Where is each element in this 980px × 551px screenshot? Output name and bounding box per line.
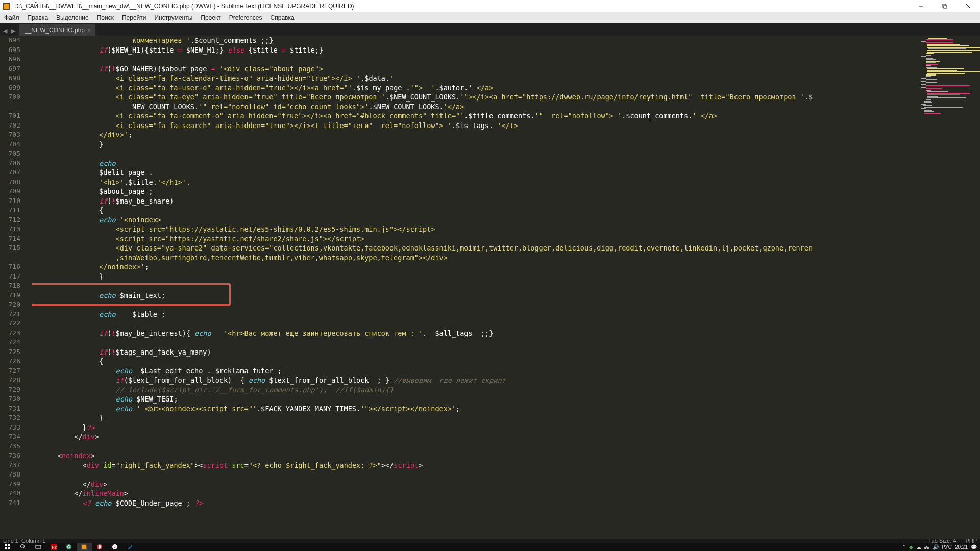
- sublime-icon[interactable]: [77, 543, 92, 551]
- window-controls: [910, 0, 980, 12]
- code-line: <noindex>: [33, 451, 919, 461]
- menu-edit[interactable]: Правка: [23, 12, 53, 23]
- code-line: if($NEW_H1){$title = $NEW_H1;} else {$ti…: [33, 45, 919, 55]
- menu-tools[interactable]: Инструменты: [150, 12, 197, 23]
- chrome-icon[interactable]: [61, 543, 77, 551]
- app-icon: [2, 2, 10, 10]
- code-line: {: [33, 206, 919, 215]
- svg-text:Fz: Fz: [52, 545, 57, 550]
- code-line: </div>: [33, 432, 919, 442]
- code-line: [33, 470, 919, 480]
- menu-help[interactable]: Справка: [266, 12, 299, 23]
- minimize-button[interactable]: [910, 0, 933, 12]
- opera-icon[interactable]: [92, 543, 107, 551]
- nav-forward-button[interactable]: ▶: [9, 26, 17, 36]
- taskview-icon[interactable]: [31, 543, 46, 551]
- menu-project[interactable]: Проект: [197, 12, 225, 23]
- tab-close-button[interactable]: ×: [86, 27, 93, 34]
- code-line: $delit_page .: [33, 168, 919, 178]
- code-line: </inlineMain>: [33, 489, 919, 498]
- tray-app-icon[interactable]: ◆: [909, 544, 913, 550]
- code-line: [33, 442, 919, 452]
- svg-rect-9: [5, 547, 7, 549]
- menu-file[interactable]: Файл: [0, 12, 23, 23]
- svg-text:Y: Y: [113, 545, 116, 549]
- code-line: <script src="https://yastatic.net/es5-sh…: [33, 224, 919, 234]
- code-line: [33, 55, 919, 64]
- maximize-button[interactable]: [933, 0, 957, 12]
- menu-goto[interactable]: Перейти: [118, 12, 151, 23]
- code-line: </div>';: [33, 130, 919, 140]
- code-line: echo $Last_edit_echo . $reklama_futer ;: [33, 366, 919, 376]
- fold-gutter: [24, 36, 32, 539]
- paint-icon[interactable]: [122, 543, 138, 551]
- tray-clock[interactable]: 20:21: [955, 544, 968, 550]
- svg-rect-20: [82, 545, 86, 549]
- code-line: }: [33, 413, 919, 423]
- code-line: ,sinaWeibo,surfingbird,tencentWeibo,tumb…: [33, 253, 919, 263]
- svg-point-11: [21, 545, 24, 548]
- tray-network-icon[interactable]: 🖧: [924, 544, 929, 550]
- menu-selection[interactable]: Выделение: [52, 12, 93, 23]
- svg-rect-4: [944, 5, 947, 8]
- nav-back-button[interactable]: ◀: [1, 26, 9, 36]
- filezilla-icon[interactable]: Fz: [46, 543, 61, 551]
- code-line: комментариев '.$count_comments ;;}: [33, 36, 919, 45]
- tabbar: ◀ ▶ __NEW_CONFIG.php ×: [0, 23, 980, 36]
- code-line: </noindex>';: [33, 262, 919, 272]
- tab-label: __NEW_CONFIG.php: [24, 27, 85, 34]
- svg-rect-10: [8, 547, 10, 549]
- tray-chevron-icon[interactable]: ⌃: [902, 544, 906, 550]
- code-line: <script src="https://yastatic.net/share2…: [33, 234, 919, 244]
- close-button[interactable]: [957, 0, 980, 12]
- code-line: <div id="right_fack_yandex"><script src=…: [33, 461, 919, 470]
- code-line: [33, 300, 919, 310]
- search-icon[interactable]: [15, 543, 31, 551]
- window-title: D:\_САЙТЫ\__DWWEB\__main_new_dw\__NEW_CO…: [12, 3, 910, 10]
- titlebar: D:\_САЙТЫ\__DWWEB\__main_new_dw\__NEW_CO…: [0, 0, 980, 12]
- start-button[interactable]: [0, 543, 15, 551]
- code-line: $about_page ;: [33, 187, 919, 196]
- svg-rect-8: [8, 544, 10, 546]
- code-line: if(!$may_be_share): [33, 196, 919, 206]
- system-tray: ⌃ ◆ ☁ 🖧 🔊 РУС 20:21 💬: [902, 544, 980, 550]
- code-line: NEW_COUNT_LOOKS.'" rel="nofollow" id="ec…: [33, 102, 919, 112]
- menu-preferences[interactable]: Preferences: [225, 12, 266, 23]
- code-line: <i class="fa fa-calendar-times-o" aria-h…: [33, 73, 919, 83]
- code-line: [33, 149, 919, 159]
- code-line: <? echo $CODE_Under_page ; ?>: [33, 498, 919, 508]
- svg-point-22: [99, 545, 101, 549]
- svg-rect-13: [36, 545, 41, 548]
- tray-volume-icon[interactable]: 🔊: [933, 544, 939, 550]
- yandex-icon[interactable]: Y: [107, 543, 122, 551]
- code-line: echo $main_text;: [33, 291, 919, 300]
- code-line: echo $table ;: [33, 310, 919, 319]
- code-line: <i class="fa fa-search" aria-hidden="tru…: [33, 121, 919, 131]
- code-line: echo $NEW_TEGI;: [33, 394, 919, 404]
- tray-cloud-icon[interactable]: ☁: [916, 544, 921, 550]
- tray-language[interactable]: РУС: [942, 544, 952, 550]
- code-line: echo '<noindex>: [33, 215, 919, 225]
- code-line: }: [33, 272, 919, 282]
- code-line: if(!$tags_and_fack_ya_many): [33, 347, 919, 357]
- code-line: [33, 319, 919, 329]
- menubar: Файл Правка Выделение Поиск Перейти Инст…: [0, 12, 980, 23]
- minimap[interactable]: [919, 36, 980, 539]
- code-line: [33, 338, 919, 347]
- taskbar: Fz Y ⌃ ◆ ☁ 🖧 🔊 РУС 20:21 💬: [0, 543, 980, 551]
- statusbar: Line 1, Column 1 Tab Size: 4 PHP: [0, 539, 980, 543]
- code-line: <i class="fa fa-eye" aria-hidden="true" …: [33, 92, 919, 102]
- code-line: {: [33, 357, 919, 366]
- code-line: if(!$may_be_interest){ echo '<hr>Вас мож…: [33, 329, 919, 338]
- code-line: <i class="fa fa-user-o" aria-hidden="tru…: [33, 83, 919, 93]
- menu-find[interactable]: Поиск: [93, 12, 118, 23]
- code-line: echo: [33, 159, 919, 168]
- tab-file[interactable]: __NEW_CONFIG.php ×: [19, 24, 95, 36]
- code-line: }?>: [33, 423, 919, 433]
- editor: 6946956966976986997007017027037047057067…: [0, 36, 980, 539]
- code-area[interactable]: комментариев '.$count_comments ;;} if($N…: [32, 36, 919, 539]
- svg-rect-1: [4, 4, 9, 9]
- line-gutter: 6946956966976986997007017027037047057067…: [0, 36, 24, 539]
- tray-notifications-icon[interactable]: 💬: [971, 544, 977, 550]
- code-line: </div>: [33, 480, 919, 489]
